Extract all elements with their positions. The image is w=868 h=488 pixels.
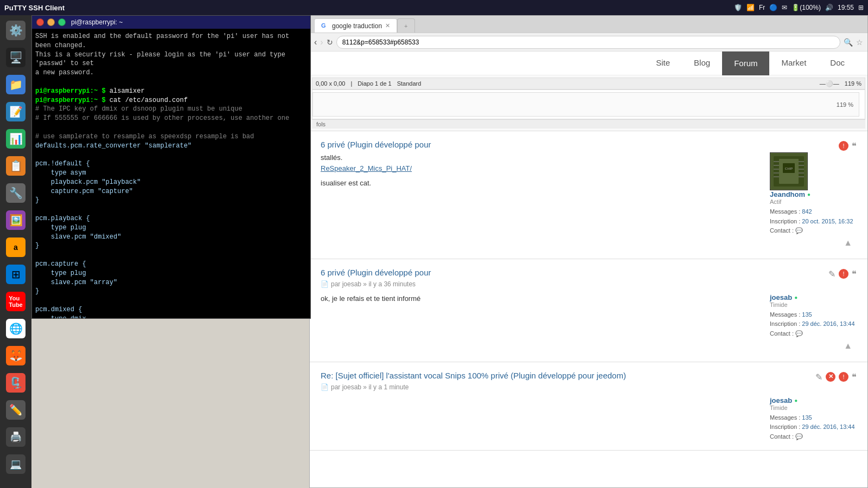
- sidebar-item-misc1[interactable]: 🖨️: [3, 424, 29, 450]
- user-inscription-3: Inscription : 29 déc. 2016, 13:44: [770, 422, 857, 432]
- cmd-cat: pi@raspberrypi:~ $ cat /etc/asound.conf: [35, 96, 307, 105]
- nav-blog[interactable]: Blog: [682, 52, 722, 75]
- code-type-plug1: type plug: [35, 223, 307, 233]
- expand-icon[interactable]: ⊞: [858, 4, 864, 11]
- sidebar-item-slides[interactable]: 🖼️: [3, 207, 29, 233]
- sidebar-item-windows[interactable]: ⊞: [3, 261, 29, 287]
- post-actions-2: ✎ ! ❝: [828, 269, 857, 279]
- sidebar-item-spreadsheet[interactable]: 📊: [3, 126, 29, 152]
- tab-google-traduction[interactable]: G google traduction ✕: [314, 18, 397, 33]
- scroll-up-1[interactable]: ▲: [321, 236, 857, 250]
- toolbar-divider: |: [350, 80, 352, 87]
- tab-close-google[interactable]: ✕: [385, 22, 390, 29]
- sidebar-item-settings[interactable]: ⚙️: [3, 17, 29, 43]
- post-link-2[interactable]: 6 privé (Plugin développé pour: [321, 268, 431, 277]
- browser-window: G google traduction ✕ + ‹ › ↻ 🔍 ☆ Site B…: [309, 15, 868, 488]
- user-online-2: ●: [794, 294, 797, 300]
- user-stats-3: Messages : 135 Inscription : 29 déc. 201…: [770, 413, 857, 442]
- delete-button-3[interactable]: ✕: [826, 372, 835, 382]
- post-meta-text-3: par joesab » il y a 1 minute: [331, 383, 409, 391]
- nav-forum[interactable]: Forum: [722, 52, 769, 75]
- sidebar-item-files[interactable]: 📁: [3, 72, 29, 98]
- code-type-plug2: type plug: [35, 269, 307, 278]
- putty-close-button[interactable]: [36, 18, 44, 26]
- sidebar-item-text[interactable]: 📝: [3, 99, 29, 125]
- nav-doc[interactable]: Doc: [818, 52, 857, 75]
- user-contact-2: Contact : 💬: [770, 329, 857, 339]
- ssh-warning-line2: This is a security risk - please login a…: [35, 50, 307, 69]
- sidebar-item-chrome[interactable]: 🌐: [3, 316, 29, 342]
- sidebar-item-tools[interactable]: 🔧: [3, 180, 29, 206]
- forward-button[interactable]: ›: [320, 37, 323, 47]
- chip-svg: CHIP: [771, 153, 807, 189]
- post-title-1: 6 privé (Plugin développé pour: [321, 140, 431, 149]
- tab-new[interactable]: +: [397, 18, 414, 33]
- bookmark-icon[interactable]: ☆: [856, 38, 863, 47]
- sidebar-item-amazon[interactable]: a: [3, 234, 29, 260]
- taskbar-right: 🛡️ 📶 Fr 🔵 ✉ 🔋(100%) 🔊 19:55 ⊞: [734, 4, 864, 11]
- back-button[interactable]: ‹: [314, 37, 317, 47]
- user-name-3: joesab: [770, 396, 792, 404]
- address-bar-input[interactable]: [336, 36, 840, 49]
- tab-new-label: +: [404, 23, 407, 29]
- edit-button-3[interactable]: ✎: [815, 372, 822, 382]
- post-actions-1: ! ❝: [839, 141, 857, 151]
- comment-samplerate: # use samplerate to resample as speexdsp…: [35, 132, 307, 142]
- putty-body[interactable]: SSH is enabled and the default password …: [32, 29, 310, 318]
- post-msg-icon-2: 📄: [321, 280, 329, 288]
- putty-maximize-button[interactable]: [58, 18, 66, 26]
- report-button-2[interactable]: !: [839, 269, 848, 279]
- scroll-up-2[interactable]: ▲: [321, 339, 857, 353]
- user-name-2: joesab: [770, 293, 792, 301]
- quote-button-3[interactable]: ❝: [852, 372, 857, 382]
- code-default-close: }: [35, 196, 307, 205]
- code-playback: playback.pcm "playback": [35, 178, 307, 187]
- cell-ref: 0,00 x 0,00: [316, 80, 345, 87]
- code-playback-close: }: [35, 241, 307, 251]
- user-role-1: Actif: [770, 198, 857, 205]
- nav-market[interactable]: Market: [769, 52, 818, 75]
- code-type-dmix: type dmix: [35, 314, 307, 318]
- zoom-level: 119 %: [845, 80, 861, 87]
- post-row-2: ok, je le refais et te tient informé joe…: [321, 293, 857, 339]
- svg-text:CHIP: CHIP: [785, 167, 793, 170]
- taskbar-title: PuTTY SSH Client: [4, 4, 65, 12]
- report-button-1[interactable]: !: [839, 141, 848, 151]
- zoom-control[interactable]: —⚪—: [820, 80, 839, 87]
- quote-button-2[interactable]: ❝: [852, 269, 857, 279]
- user-stats-1: Messages : 842 Inscription : 20 oct. 201…: [770, 207, 857, 236]
- post-link-1[interactable]: 6 privé (Plugin développé pour: [321, 140, 431, 149]
- putty-titlebar: pi@raspberrypi: ~: [32, 16, 310, 29]
- user-inscription-2: Inscription : 29 déc. 2016, 13:44: [770, 319, 857, 329]
- code-slave-dmixed: slave.pcm "dmixed": [35, 233, 307, 242]
- search-icon[interactable]: 🔍: [844, 38, 853, 47]
- sidebar-item-terminal[interactable]: 🖥️: [3, 44, 29, 70]
- sidebar-item-presentation[interactable]: 📋: [3, 153, 29, 179]
- report-button-3[interactable]: !: [839, 372, 848, 382]
- sidebar-item-misc2[interactable]: 💻: [3, 451, 29, 477]
- quote-button-1[interactable]: ❝: [852, 141, 857, 151]
- nav-site[interactable]: Site: [644, 52, 682, 75]
- taskbar: PuTTY SSH Client 🛡️ 📶 Fr 🔵 ✉ 🔋(100%) 🔊 1…: [0, 0, 868, 15]
- post-link-3[interactable]: Re: [Sujet officiel] l'assistant vocal S…: [321, 371, 626, 380]
- edit-button-2[interactable]: ✎: [828, 269, 835, 279]
- reload-button[interactable]: ↻: [327, 38, 333, 47]
- sidebar-item-drawing[interactable]: ✏️: [3, 397, 29, 423]
- sidebar-item-zip[interactable]: 🗜️: [3, 370, 29, 396]
- browser-content: Site Blog Forum Market Doc 0,00 x 0,00 |…: [310, 52, 867, 487]
- post-block-2: 6 privé (Plugin développé pour ✎ ! ❝ 📄 p…: [310, 259, 867, 362]
- putty-title: pi@raspberrypi: ~: [71, 18, 123, 26]
- code-type-asym: type asym: [35, 169, 307, 178]
- respeaker-link[interactable]: ReSpeaker_2_Mics_Pi_HAT/: [321, 164, 412, 172]
- post-text-visualiser: isualiser est cat.: [321, 178, 759, 189]
- post-body-text-2: ok, je le refais et te tient informé: [321, 293, 759, 304]
- post-title-2: 6 privé (Plugin développé pour: [321, 268, 431, 277]
- post-user-1: CHIP Jeandhom ● Actif Messages : 842 Ins…: [770, 152, 857, 236]
- chip-board-image: CHIP: [770, 152, 808, 190]
- sidebar-item-firefox[interactable]: 🦊: [3, 343, 29, 369]
- post-block-3: Re: [Sujet officiel] l'assistant vocal S…: [310, 362, 867, 451]
- user-online-1: ●: [807, 191, 810, 197]
- putty-minimize-button[interactable]: [47, 18, 55, 26]
- comment-ipc: # The IPC key of dmix or dsnoop plugin m…: [35, 105, 307, 114]
- sidebar-item-youtube[interactable]: YouTube: [3, 288, 29, 314]
